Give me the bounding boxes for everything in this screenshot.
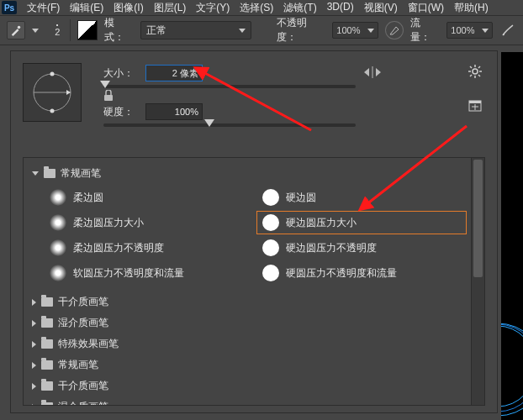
- caret-right-icon: [32, 299, 36, 306]
- brush-angle-preview[interactable]: [23, 63, 82, 122]
- brush-group-header[interactable]: 湿介质画笔: [24, 396, 472, 406]
- brush-name: 硬边圆压力大小: [286, 216, 357, 230]
- folder-icon: [41, 402, 53, 406]
- brush-list-inner[interactable]: 常规画笔柔边圆硬边圆柔边圆压力大小硬边圆压力大小柔边圆压力不透明度硬边圆压力不透…: [24, 158, 472, 405]
- size-slider[interactable]: [103, 85, 356, 88]
- photoshop-window: Ps 文件(F)编辑(E)图像(I)图层(L)文字(Y)选择(S)滤镜(T)3D…: [0, 0, 523, 420]
- chevron-down-icon[interactable]: [32, 29, 39, 33]
- opacity-field[interactable]: 100%: [332, 22, 378, 39]
- brush-group-header[interactable]: 干介质画笔: [24, 375, 472, 396]
- menu-item[interactable]: 窗口(W): [403, 0, 449, 16]
- brush-name: 柔边圆: [73, 191, 103, 205]
- group-label: 湿介质画笔: [58, 400, 108, 406]
- brush-name: 软圆压力不透明度和流量: [73, 266, 184, 281]
- brush-item[interactable]: 柔边圆压力大小: [44, 211, 255, 234]
- folder-icon: [41, 360, 53, 370]
- app-logo: Ps: [2, 1, 17, 14]
- brush-name: 柔边圆压力不透明度: [73, 241, 164, 255]
- menu-item[interactable]: 图层(L): [149, 0, 192, 16]
- svg-rect-21: [469, 101, 481, 103]
- menu-item[interactable]: 帮助(H): [449, 0, 494, 16]
- svg-line-16: [470, 66, 472, 68]
- svg-point-3: [501, 324, 523, 412]
- group-label: 常规画笔: [58, 358, 98, 372]
- svg-point-11: [473, 69, 478, 74]
- flow-field[interactable]: 100%: [446, 22, 493, 39]
- menu-item[interactable]: 文字(Y): [191, 0, 235, 16]
- brush-preview-small[interactable]: 2: [45, 19, 71, 41]
- brush-group-header[interactable]: 干介质画笔: [24, 291, 472, 312]
- brush-swatch-hard: [262, 214, 279, 231]
- scrollbar[interactable]: [471, 158, 484, 405]
- folder-icon: [44, 169, 55, 178]
- svg-line-18: [478, 66, 480, 68]
- opacity-label: 不透明度：: [277, 16, 326, 45]
- folder-icon: [41, 297, 53, 307]
- brush-name: 硬圆压力不透明度和流量: [286, 266, 397, 281]
- group-label: 常规画笔: [61, 166, 101, 181]
- group-label: 特殊效果画笔: [58, 337, 119, 351]
- svg-point-7: [50, 72, 55, 76]
- mode-select[interactable]: 正常: [140, 21, 251, 39]
- scrollbar-thumb[interactable]: [473, 160, 483, 277]
- brush-group-header[interactable]: 特殊效果画笔: [24, 333, 472, 354]
- brush-item[interactable]: 硬边圆压力不透明度: [256, 236, 468, 260]
- brush-item[interactable]: 硬圆压力不透明度和流量: [256, 261, 468, 285]
- caret-right-icon: [32, 341, 36, 348]
- brush-swatch-soft: [50, 214, 66, 231]
- brush-swatch-soft: [50, 189, 66, 206]
- brush-name: 硬边圆: [286, 191, 316, 205]
- menu-item[interactable]: 编辑(E): [65, 0, 108, 16]
- brush-item[interactable]: 硬边圆: [256, 186, 468, 209]
- brush-group-header[interactable]: 湿介质画笔: [24, 312, 472, 333]
- group-label: 湿介质画笔: [58, 316, 108, 330]
- brush-list: 常规画笔柔边圆硬边圆柔边圆压力大小硬边圆压力大小柔边圆压力不透明度硬边圆压力不透…: [23, 157, 485, 406]
- folder-icon: [41, 381, 53, 391]
- options-bar: 2 模式： 正常 不透明度： 100% 流量： 100%: [0, 16, 523, 45]
- svg-line-19: [470, 75, 472, 76]
- chevron-down-icon: [482, 29, 489, 33]
- pressure-opacity-icon[interactable]: [385, 21, 404, 39]
- menu-item[interactable]: 3D(D): [322, 0, 359, 16]
- svg-point-8: [50, 109, 55, 113]
- brush-swatch-hard: [262, 239, 279, 256]
- brush-item[interactable]: 柔边圆压力不透明度: [44, 236, 255, 260]
- brush-swatch-soft: [50, 239, 66, 256]
- caret-right-icon: [32, 320, 36, 327]
- menu-item[interactable]: 视图(V): [359, 0, 403, 16]
- create-preset-icon[interactable]: [468, 100, 482, 114]
- menu-item[interactable]: 选择(S): [235, 0, 278, 16]
- brush-blend-icon[interactable]: [77, 20, 98, 40]
- brush-name: 硬边圆压力不透明度: [286, 241, 377, 255]
- brush-swatch-hard: [262, 189, 279, 206]
- airbrush-icon[interactable]: [499, 22, 516, 39]
- size-input[interactable]: 2 像素: [145, 65, 203, 81]
- menu-item[interactable]: 图像(I): [108, 0, 148, 16]
- size-label: 大小：: [103, 66, 134, 81]
- hardness-label: 硬度：: [103, 105, 134, 119]
- mode-label: 模式：: [104, 16, 134, 45]
- gear-icon[interactable]: [468, 65, 482, 81]
- hardness-input[interactable]: 100%: [145, 103, 203, 120]
- group-label: 干介质画笔: [58, 379, 108, 393]
- group-label: 干介质画笔: [58, 295, 108, 309]
- caret-right-icon: [32, 362, 36, 369]
- chevron-down-icon: [239, 29, 246, 33]
- brush-item[interactable]: 软圆压力不透明度和流量: [44, 261, 255, 285]
- brush-group-header[interactable]: 常规画笔: [24, 163, 472, 184]
- brush-group-header[interactable]: 常规画笔: [24, 354, 472, 375]
- svg-point-0: [18, 26, 21, 29]
- menu-item[interactable]: 文件(F): [22, 0, 65, 16]
- brush-item[interactable]: 柔边圆: [44, 186, 255, 209]
- flip-x-icon[interactable]: [364, 66, 381, 81]
- hardness-slider[interactable]: [103, 123, 356, 127]
- lock-icon[interactable]: [103, 90, 114, 102]
- brush-swatch-hard: [262, 265, 279, 281]
- brush-preset-panel: 大小： 2 像素 硬度： 100% 常规画笔柔边圆硬边圆柔边圆压力大小硬边圆压力…: [10, 50, 498, 413]
- brush-grid: 柔边圆硬边圆柔边圆压力大小硬边圆压力大小柔边圆压力不透明度硬边圆压力不透明度软圆…: [24, 184, 472, 291]
- svg-point-4: [501, 326, 523, 407]
- tool-preset-picker[interactable]: [7, 21, 25, 39]
- menu-item[interactable]: 滤镜(T): [278, 0, 321, 16]
- folder-icon: [41, 339, 53, 349]
- brush-item[interactable]: 硬边圆压力大小: [256, 211, 468, 234]
